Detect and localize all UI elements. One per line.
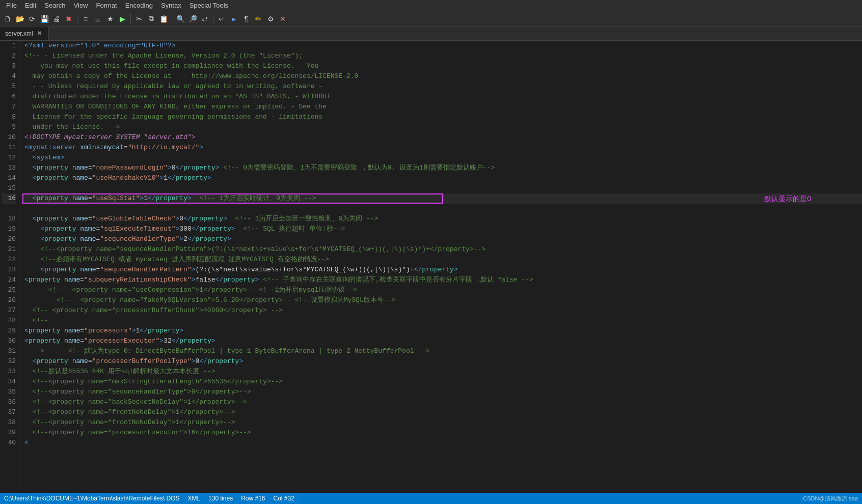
code-line-21: <!--<property name="sequnceHandlerPatter… bbox=[24, 244, 862, 255]
menu-syntax[interactable]: Syntax bbox=[157, 1, 185, 10]
code-line-30: <property name="processorExecutor">32</p… bbox=[24, 336, 862, 346]
code-line-20: <property name="sequnceHandlerType">2</p… bbox=[24, 234, 862, 244]
code-line-29: <property name="processors">1</property> bbox=[24, 326, 862, 336]
menu-encoding[interactable]: Encoding bbox=[121, 1, 157, 10]
code-line-28: <!-- bbox=[24, 316, 862, 326]
macro-btn[interactable]: ⚙ bbox=[265, 13, 276, 24]
code-line-38: <!--<property name="frontNoNoDelay">1</p… bbox=[24, 417, 862, 428]
arrow-btn[interactable]: ▸ bbox=[228, 13, 239, 24]
tab-server-xml[interactable]: server.xml ✖ bbox=[0, 26, 49, 40]
code-content[interactable]: <?xml version="1.0" encoding="UTF-8"?> <… bbox=[20, 41, 862, 493]
code-line-19: <property name="sqlExecuteTimeout">300</… bbox=[24, 224, 862, 234]
copy-btn[interactable]: ⧉ bbox=[146, 13, 157, 24]
code-line-5: - - Unless required by applicable law or… bbox=[24, 81, 862, 92]
code-line-9: under the License. --> bbox=[24, 122, 862, 132]
sep2 bbox=[130, 14, 131, 23]
tab-bar: server.xml ✖ bbox=[0, 26, 862, 41]
status-right: CSDN@清风微凉 aaa bbox=[803, 495, 858, 502]
status-path: C:\Users\Think\DOCUME~1\MobaTerm\slash\R… bbox=[4, 495, 179, 502]
editor-area: 12345 678910 1112131415 16181920 2122232… bbox=[0, 41, 862, 493]
code-line-4: may obtain a copy of the License at - - … bbox=[24, 71, 862, 81]
menu-file[interactable]: File bbox=[2, 1, 21, 10]
status-language: XML bbox=[187, 495, 200, 502]
new-file-btn[interactable]: 🗋 bbox=[2, 13, 13, 24]
annotation-line16: 默认显示的是0 bbox=[764, 193, 811, 204]
code-line-23: <property name="sequnceHandlerPattern">(… bbox=[24, 265, 862, 275]
tab-close-btn[interactable]: ✖ bbox=[36, 30, 43, 37]
code-line-10: <!DOCTYPE mycat:server SYSTEM "server.dt… bbox=[24, 132, 862, 143]
code-line-18: <property name="useGlobleTableCheck">0</… bbox=[24, 214, 862, 224]
code-line-39: <!--<property name="processorExecutor">1… bbox=[24, 428, 862, 438]
code-line-1: <?xml version="1.0" encoding="UTF-8"?> bbox=[24, 41, 862, 51]
code-line-24: <property name="subqueryRelationshipChec… bbox=[24, 275, 862, 285]
code-line-12: <system> bbox=[24, 153, 862, 163]
pilcrow-btn[interactable]: ¶ bbox=[240, 13, 252, 24]
code-line-15 bbox=[24, 183, 862, 193]
menu-bar: File Edit Search View Format Encoding Sy… bbox=[0, 0, 862, 11]
sep3 bbox=[172, 14, 172, 23]
close-btn[interactable]: ✕ bbox=[277, 13, 288, 24]
code-line-32: <property name="processorBufferPoolType"… bbox=[24, 356, 862, 367]
cut-btn[interactable]: ✂ bbox=[133, 13, 145, 24]
code-line-27: <!-- <property name="processorBufferChun… bbox=[24, 305, 862, 316]
menu-edit[interactable]: Edit bbox=[21, 1, 40, 10]
sep4 bbox=[213, 14, 213, 23]
line-numbers: 12345 678910 1112131415 16181920 2122232… bbox=[0, 41, 20, 493]
code-line-35: <!--<property name="sequnceHandlerType">… bbox=[24, 387, 862, 397]
watermark: CSDN@清风微凉 aaa bbox=[803, 495, 858, 502]
code-line-17 bbox=[24, 204, 862, 214]
code-line-40: < bbox=[24, 438, 862, 448]
code-line-2: <!-- - Licensed under the Apache License… bbox=[24, 51, 862, 61]
sync-btn[interactable]: ⇄ bbox=[199, 13, 210, 24]
code-line-6: distributed under the License is distrib… bbox=[24, 92, 862, 102]
code-line-26: <!-- <property name="fakeMySQLVersion">5… bbox=[24, 295, 862, 305]
menu-view[interactable]: View bbox=[70, 1, 92, 10]
menu-format[interactable]: Format bbox=[92, 1, 121, 10]
unindent-btn[interactable]: ≣ bbox=[92, 13, 103, 24]
code-line-37: <!--<property name="frontNoNoDelay">1</p… bbox=[24, 407, 862, 417]
highlight-btn[interactable]: ✏ bbox=[253, 13, 264, 24]
code-line-14: <property name="useHandshakeV10">1</prop… bbox=[24, 173, 862, 183]
zoom-in-btn[interactable]: 🔍 bbox=[175, 13, 186, 24]
bookmark-btn[interactable]: ★ bbox=[104, 13, 116, 24]
run-btn[interactable]: ▶ bbox=[117, 13, 128, 24]
print-btn[interactable]: 🖨 bbox=[51, 13, 62, 24]
toolbar: 🗋 📂 ⟳ 💾 🖨 ✖ ≡ ≣ ★ ▶ ✂ ⧉ 📋 🔍 🔎 ⇄ ↵ ▸ ¶ ✏ … bbox=[0, 11, 862, 26]
status-row: Row #16 bbox=[241, 495, 265, 502]
status-bar: C:\Users\Think\DOCUME~1\MobaTerm\slash\R… bbox=[0, 493, 862, 504]
code-line-13: <property name="nonePasswordLogin">0</pr… bbox=[24, 163, 862, 173]
reload-btn[interactable]: ⟳ bbox=[26, 13, 38, 24]
code-line-7: WARRANTIES OR CONDITIONS OF ANY KIND, ei… bbox=[24, 102, 862, 112]
code-line-8: License for the specific language govern… bbox=[24, 112, 862, 122]
save-btn[interactable]: 💾 bbox=[39, 13, 50, 24]
code-line-31: --> <!--默认为type 0: DirectByteBufferPool … bbox=[24, 346, 862, 356]
status-col: Col #32 bbox=[274, 495, 294, 502]
menu-search[interactable]: Search bbox=[40, 1, 69, 10]
status-lines: 130 lines bbox=[208, 495, 233, 502]
code-line-16: <property name="useSqlStat">1</property>… bbox=[24, 193, 862, 204]
paste-btn[interactable]: 📋 bbox=[158, 13, 169, 24]
sep1 bbox=[77, 14, 77, 23]
indent-btn[interactable]: ≡ bbox=[80, 13, 91, 24]
code-line-33: <!--默认是65535 64K 用于sql解析时最大文本本长度 --> bbox=[24, 367, 862, 377]
code-line-25: <!-- <property name="useCompression">1</… bbox=[24, 285, 862, 295]
tab-label: server.xml bbox=[5, 30, 33, 37]
code-line-3: - you may not use this file except in co… bbox=[24, 61, 862, 71]
zoom-out-btn[interactable]: 🔎 bbox=[187, 13, 198, 24]
code-line-11: <mycat:server xmlns:mycat="http://io.myc… bbox=[24, 143, 862, 153]
close-doc-btn[interactable]: ✖ bbox=[63, 13, 74, 24]
code-line-34: <!--<property name="maxStringLiteralLeng… bbox=[24, 377, 862, 387]
code-line-22: <!--必须带有MYCATSEQ_或者 mycatseq_进入序列匹配流程 注意… bbox=[24, 255, 862, 265]
code-line-36: <!--<property name="backSocketNoDelay">1… bbox=[24, 397, 862, 407]
wrap-btn[interactable]: ↵ bbox=[216, 13, 227, 24]
menu-special-tools[interactable]: Special Tools bbox=[185, 1, 232, 10]
open-btn[interactable]: 📂 bbox=[14, 13, 25, 24]
